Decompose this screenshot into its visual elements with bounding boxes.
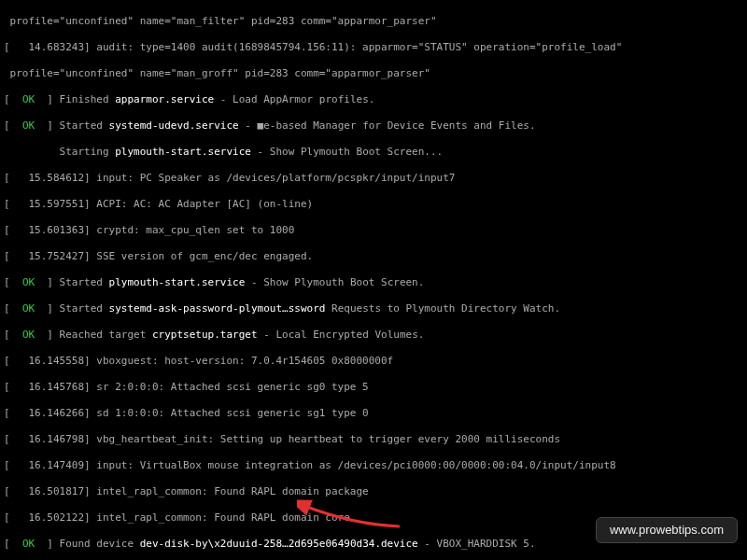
log-line: [ OK ] Started systemd-ask-password-plym… [4,302,743,315]
log-line: [ 14.683243] audit: type=1400 audit(1689… [4,41,743,54]
log-line: [ 16.145558] vboxguest: host-version: 7.… [4,355,743,368]
log-line: [ OK ] Reached target cryptsetup.target … [4,329,743,342]
log-line: [ OK ] Started plymouth-start.service - … [4,276,743,289]
log-line: Starting plymouth-start.service - Show P… [4,146,743,159]
log-line: [ 16.147409] input: VirtualBox mouse int… [4,459,743,472]
log-line: [ 16.146266] sd 1:0:0:0: Attached scsi g… [4,407,743,420]
log-line: profile="unconfined" name="man_filter" p… [4,15,743,28]
log-line: [ 16.146798] vbg_heartbeat_init: Setting… [4,433,743,446]
log-line: [ 15.752427] SSE version of gcm_enc/dec … [4,250,743,263]
log-line: [ 15.601363] cryptd: max_cpu_qlen set to… [4,224,743,237]
log-line: profile="unconfined" name="man_groff" pi… [4,67,743,80]
log-line: [ OK ] Started systemd-udevd.service - ■… [4,119,743,133]
log-line: [ 16.145768] sr 2:0:0:0: Attached scsi g… [4,381,743,394]
log-line: [ 15.584612] input: PC Speaker as /devic… [4,172,743,185]
boot-console[interactable]: profile="unconfined" name="man_filter" p… [0,0,747,560]
log-line: [ 16.501817] intel_rapl_common: Found RA… [4,485,743,498]
log-line: [ OK ] Finished apparmor.service - Load … [4,93,743,106]
watermark-badge: www.prowebtips.com [596,517,738,543]
log-line: [ 15.597551] ACPI: AC: AC Adapter [AC] (… [4,198,743,211]
